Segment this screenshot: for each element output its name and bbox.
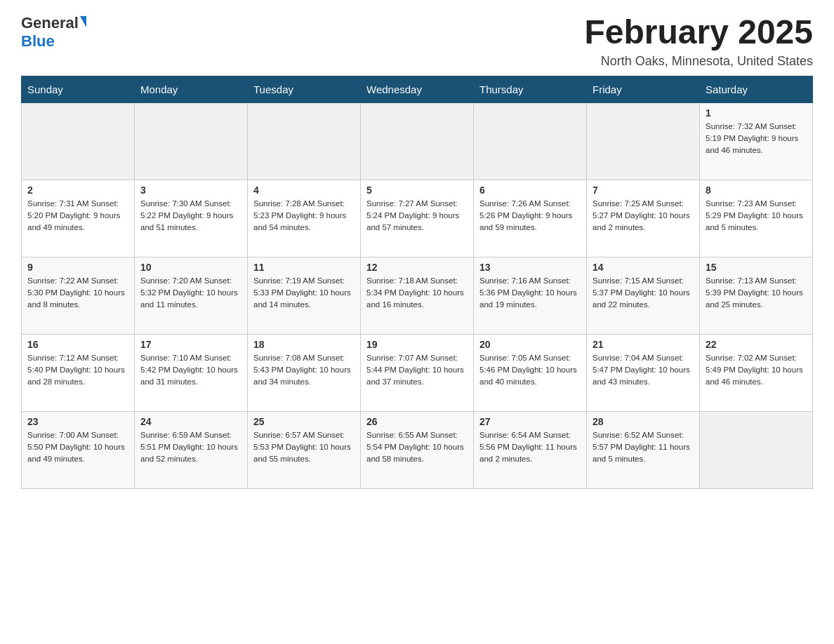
day-info: Sunrise: 6:57 AM Sunset: 5:53 PM Dayligh… <box>253 429 355 466</box>
calendar-cell: 7Sunrise: 7:25 AM Sunset: 5:27 PM Daylig… <box>587 180 700 257</box>
col-thursday: Thursday <box>474 76 587 102</box>
title-block: February 2025 North Oaks, Minnesota, Uni… <box>584 14 813 69</box>
logo-general-text: General <box>21 14 79 32</box>
day-number: 7 <box>593 185 694 196</box>
day-info: Sunrise: 7:25 AM Sunset: 5:27 PM Dayligh… <box>593 198 694 234</box>
col-sunday: Sunday <box>22 76 135 102</box>
day-number: 27 <box>479 416 581 427</box>
day-number: 12 <box>366 262 468 273</box>
calendar-cell: 6Sunrise: 7:26 AM Sunset: 5:26 PM Daylig… <box>474 180 587 257</box>
day-info: Sunrise: 7:05 AM Sunset: 5:46 PM Dayligh… <box>479 352 581 389</box>
calendar-cell: 3Sunrise: 7:30 AM Sunset: 5:22 PM Daylig… <box>135 180 248 257</box>
page-header: General Blue February 2025 North Oaks, M… <box>21 14 813 69</box>
day-number: 21 <box>593 339 694 350</box>
col-saturday: Saturday <box>700 76 813 102</box>
calendar-cell: 14Sunrise: 7:15 AM Sunset: 5:37 PM Dayli… <box>587 257 700 334</box>
day-number: 28 <box>593 416 694 427</box>
day-number: 19 <box>366 339 468 350</box>
calendar-cell: 13Sunrise: 7:16 AM Sunset: 5:36 PM Dayli… <box>474 257 587 334</box>
calendar-week-row: 9Sunrise: 7:22 AM Sunset: 5:30 PM Daylig… <box>22 257 813 334</box>
calendar-cell: 15Sunrise: 7:13 AM Sunset: 5:39 PM Dayli… <box>700 257 813 334</box>
day-number: 4 <box>253 185 355 196</box>
day-info: Sunrise: 6:59 AM Sunset: 5:51 PM Dayligh… <box>140 429 241 466</box>
col-tuesday: Tuesday <box>248 76 361 102</box>
day-number: 15 <box>706 262 807 273</box>
calendar-cell: 16Sunrise: 7:12 AM Sunset: 5:40 PM Dayli… <box>22 334 135 411</box>
day-number: 10 <box>140 262 241 273</box>
day-number: 3 <box>140 185 241 196</box>
day-info: Sunrise: 7:04 AM Sunset: 5:47 PM Dayligh… <box>593 352 694 389</box>
day-number: 13 <box>479 262 581 273</box>
day-number: 23 <box>27 416 128 427</box>
calendar-cell: 19Sunrise: 7:07 AM Sunset: 5:44 PM Dayli… <box>361 334 474 411</box>
calendar-cell <box>361 102 474 180</box>
calendar-cell: 1Sunrise: 7:32 AM Sunset: 5:19 PM Daylig… <box>700 102 813 180</box>
day-info: Sunrise: 7:27 AM Sunset: 5:24 PM Dayligh… <box>366 198 468 234</box>
calendar-cell <box>587 102 700 180</box>
day-number: 6 <box>479 185 581 196</box>
day-number: 11 <box>253 262 355 273</box>
logo: General Blue <box>21 14 86 51</box>
day-info: Sunrise: 7:19 AM Sunset: 5:33 PM Dayligh… <box>253 275 355 311</box>
day-info: Sunrise: 7:15 AM Sunset: 5:37 PM Dayligh… <box>593 275 694 311</box>
calendar-cell: 28Sunrise: 6:52 AM Sunset: 5:57 PM Dayli… <box>587 411 700 488</box>
calendar-cell: 11Sunrise: 7:19 AM Sunset: 5:33 PM Dayli… <box>248 257 361 334</box>
day-info: Sunrise: 7:32 AM Sunset: 5:19 PM Dayligh… <box>706 121 807 157</box>
day-number: 1 <box>706 107 807 119</box>
day-info: Sunrise: 6:52 AM Sunset: 5:57 PM Dayligh… <box>593 429 694 466</box>
day-info: Sunrise: 7:26 AM Sunset: 5:26 PM Dayligh… <box>479 198 581 234</box>
day-info: Sunrise: 7:13 AM Sunset: 5:39 PM Dayligh… <box>706 275 807 311</box>
day-info: Sunrise: 7:22 AM Sunset: 5:30 PM Dayligh… <box>27 275 128 311</box>
calendar-cell: 10Sunrise: 7:20 AM Sunset: 5:32 PM Dayli… <box>135 257 248 334</box>
logo-blue-text: Blue <box>21 32 55 51</box>
calendar-cell: 8Sunrise: 7:23 AM Sunset: 5:29 PM Daylig… <box>700 180 813 257</box>
day-info: Sunrise: 7:31 AM Sunset: 5:20 PM Dayligh… <box>27 198 128 234</box>
calendar-week-row: 2Sunrise: 7:31 AM Sunset: 5:20 PM Daylig… <box>22 180 813 257</box>
day-number: 2 <box>27 185 128 196</box>
calendar-cell: 2Sunrise: 7:31 AM Sunset: 5:20 PM Daylig… <box>22 180 135 257</box>
calendar-header-row: Sunday Monday Tuesday Wednesday Thursday… <box>22 76 813 102</box>
calendar-cell <box>135 102 248 180</box>
calendar-cell: 23Sunrise: 7:00 AM Sunset: 5:50 PM Dayli… <box>22 411 135 488</box>
day-info: Sunrise: 7:30 AM Sunset: 5:22 PM Dayligh… <box>140 198 241 234</box>
day-info: Sunrise: 6:55 AM Sunset: 5:54 PM Dayligh… <box>366 429 468 466</box>
col-friday: Friday <box>587 76 700 102</box>
calendar-cell: 4Sunrise: 7:28 AM Sunset: 5:23 PM Daylig… <box>248 180 361 257</box>
col-wednesday: Wednesday <box>361 76 474 102</box>
day-number: 14 <box>593 262 694 273</box>
day-info: Sunrise: 7:18 AM Sunset: 5:34 PM Dayligh… <box>366 275 468 311</box>
calendar-cell: 18Sunrise: 7:08 AM Sunset: 5:43 PM Dayli… <box>248 334 361 411</box>
day-info: Sunrise: 7:00 AM Sunset: 5:50 PM Dayligh… <box>27 429 128 466</box>
day-number: 16 <box>27 339 128 350</box>
day-number: 25 <box>253 416 355 427</box>
day-info: Sunrise: 7:16 AM Sunset: 5:36 PM Dayligh… <box>479 275 581 311</box>
calendar-cell <box>474 102 587 180</box>
calendar-table: Sunday Monday Tuesday Wednesday Thursday… <box>21 76 813 489</box>
calendar-cell: 12Sunrise: 7:18 AM Sunset: 5:34 PM Dayli… <box>361 257 474 334</box>
calendar-cell: 27Sunrise: 6:54 AM Sunset: 5:56 PM Dayli… <box>474 411 587 488</box>
day-info: Sunrise: 7:12 AM Sunset: 5:40 PM Dayligh… <box>27 352 128 389</box>
calendar-cell: 26Sunrise: 6:55 AM Sunset: 5:54 PM Dayli… <box>361 411 474 488</box>
calendar-cell: 5Sunrise: 7:27 AM Sunset: 5:24 PM Daylig… <box>361 180 474 257</box>
calendar-week-row: 16Sunrise: 7:12 AM Sunset: 5:40 PM Dayli… <box>22 334 813 411</box>
day-number: 20 <box>479 339 581 350</box>
day-info: Sunrise: 6:54 AM Sunset: 5:56 PM Dayligh… <box>479 429 581 466</box>
day-number: 18 <box>253 339 355 350</box>
calendar-week-row: 1Sunrise: 7:32 AM Sunset: 5:19 PM Daylig… <box>22 102 813 180</box>
day-info: Sunrise: 7:02 AM Sunset: 5:49 PM Dayligh… <box>706 352 807 389</box>
calendar-cell: 21Sunrise: 7:04 AM Sunset: 5:47 PM Dayli… <box>587 334 700 411</box>
calendar-cell: 9Sunrise: 7:22 AM Sunset: 5:30 PM Daylig… <box>22 257 135 334</box>
calendar-cell: 20Sunrise: 7:05 AM Sunset: 5:46 PM Dayli… <box>474 334 587 411</box>
day-number: 24 <box>140 416 241 427</box>
calendar-week-row: 23Sunrise: 7:00 AM Sunset: 5:50 PM Dayli… <box>22 411 813 488</box>
month-title: February 2025 <box>584 14 813 51</box>
calendar-cell: 24Sunrise: 6:59 AM Sunset: 5:51 PM Dayli… <box>135 411 248 488</box>
day-info: Sunrise: 7:20 AM Sunset: 5:32 PM Dayligh… <box>140 275 241 311</box>
day-info: Sunrise: 7:28 AM Sunset: 5:23 PM Dayligh… <box>253 198 355 234</box>
col-monday: Monday <box>135 76 248 102</box>
day-info: Sunrise: 7:10 AM Sunset: 5:42 PM Dayligh… <box>140 352 241 389</box>
calendar-cell <box>22 102 135 180</box>
calendar-cell <box>248 102 361 180</box>
day-number: 8 <box>706 185 807 196</box>
day-number: 26 <box>366 416 468 427</box>
